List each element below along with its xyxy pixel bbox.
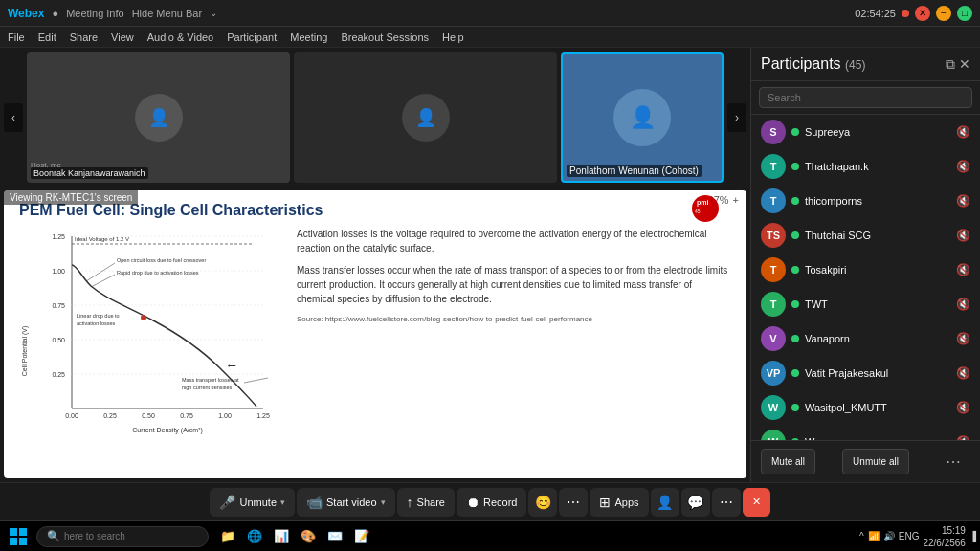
taskbar-search-input[interactable] xyxy=(64,531,179,541)
taskbar-app-3[interactable]: 📊 xyxy=(270,525,293,548)
end-call-btn[interactable]: ✕ xyxy=(743,488,770,517)
list-item: W Weerana 🔇 xyxy=(751,425,980,440)
avatar: V xyxy=(761,326,786,351)
extra-more-btn[interactable]: ⋯ xyxy=(712,488,741,517)
list-item: W Wasitpol_KMUTT 🔇 xyxy=(751,390,980,425)
menu-participant[interactable]: Participant xyxy=(227,32,277,43)
profile-icon: 👤 xyxy=(657,495,673,510)
extra-more-icon: ⋯ xyxy=(720,495,733,510)
chat-btn[interactable]: 💬 xyxy=(681,488,710,517)
system-tray: ^ 📶 🔊 ENG 15:19 22/6/2566 ▐ xyxy=(859,524,976,549)
panel-popout-btn[interactable]: ⧉ xyxy=(946,56,955,73)
unmute-all-btn[interactable]: Unmute all xyxy=(842,449,909,474)
participant-thumb-2[interactable]: 👤 xyxy=(294,52,557,183)
menu-edit[interactable]: Edit xyxy=(38,32,56,43)
unmute-btn[interactable]: 🎤 Unmute ▾ xyxy=(210,488,295,517)
participant-name: Tosakpiri xyxy=(805,264,950,276)
panel-close-btn[interactable]: ✕ xyxy=(959,56,970,73)
slide-content: pmi 45 PEM Fuel Cell: Single Cell Charac… xyxy=(4,190,746,478)
nav-right-btn[interactable]: › xyxy=(727,103,746,132)
status-indicator xyxy=(791,404,799,411)
share-btn[interactable]: ↑ Share xyxy=(397,488,455,517)
svg-text:⟵: ⟵ xyxy=(228,364,236,369)
mute-all-btn[interactable]: Mute all xyxy=(761,449,815,474)
emoji-icon: 😊 xyxy=(535,495,551,510)
apps-btn[interactable]: ⊞ Apps xyxy=(590,488,648,517)
svg-text:0.50: 0.50 xyxy=(142,412,155,419)
status-indicator xyxy=(791,300,799,308)
taskbar-app-2[interactable]: 🌐 xyxy=(243,525,266,548)
mute-icon: 🔇 xyxy=(956,332,970,345)
record-btn[interactable]: ⏺ Record xyxy=(457,488,526,517)
mic-icon: 🎤 xyxy=(219,495,235,510)
tray-arrow[interactable]: ^ xyxy=(859,531,864,541)
hide-menu-btn[interactable]: Hide Menu Bar xyxy=(132,8,202,19)
panel-count: (45) xyxy=(845,58,865,72)
svg-text:pmi: pmi xyxy=(697,199,709,207)
menu-audio-video[interactable]: Audio & Video xyxy=(147,32,214,43)
nav-left-btn[interactable]: ‹ xyxy=(4,103,23,132)
clock-time: 15:19 xyxy=(923,524,966,537)
participant-thumb-1[interactable]: 👤 Host, me Boonrak Kanjanawarawanich xyxy=(27,52,290,183)
svg-text:Ideal Voltage of 1.2 V: Ideal Voltage of 1.2 V xyxy=(75,236,129,242)
close-button[interactable]: ✕ xyxy=(915,6,930,21)
meeting-info-btn[interactable]: Meeting Info xyxy=(66,8,124,19)
taskbar-app-1[interactable]: 📁 xyxy=(216,525,239,548)
svg-text:1.25: 1.25 xyxy=(256,412,270,419)
participant-name: Wasitpol_KMUTT xyxy=(805,402,950,413)
menu-file[interactable]: File xyxy=(8,32,25,43)
menu-meeting[interactable]: Meeting xyxy=(290,32,327,43)
video-btn[interactable]: 📹 Start video ▾ xyxy=(297,488,395,517)
maximize-button[interactable]: □ xyxy=(957,6,972,21)
tray-network[interactable]: 📶 xyxy=(868,531,880,541)
taskbar-app-5[interactable]: ✉️ xyxy=(323,525,346,548)
panel-more-btn[interactable]: ⋯ xyxy=(936,449,970,474)
svg-rect-36 xyxy=(10,528,17,536)
participant-name: TWT xyxy=(805,298,950,310)
more-btn[interactable]: ⋯ xyxy=(559,488,588,517)
participant-thumb-3[interactable]: 👤 Ponlathorn Wenunan (Cohost) xyxy=(561,52,724,183)
slide-para-1: Activation losses is the voltage require… xyxy=(297,227,731,255)
tray-volume[interactable]: 🔊 xyxy=(883,531,895,541)
mute-icon: 🔇 xyxy=(956,160,970,173)
unmute-chevron: ▾ xyxy=(280,497,285,507)
menu-help[interactable]: Help xyxy=(442,32,464,43)
taskbar-app-4[interactable]: 🎨 xyxy=(297,525,320,548)
slide-text: Activation losses is the voltage require… xyxy=(297,227,731,456)
participant-name: Thutchai SCG xyxy=(805,230,950,241)
svg-text:0.25: 0.25 xyxy=(52,371,65,378)
slide-logo: pmi 45 xyxy=(686,194,739,227)
participant-search-input[interactable] xyxy=(759,87,972,108)
slide-para-2: Mass transfer losses occur when the rate… xyxy=(297,263,731,306)
profile-btn[interactable]: 👤 xyxy=(651,488,679,517)
participant-name: Thatchapan.k xyxy=(805,161,950,172)
slide-chart: Cell Potential (V) 1.25 1.00 xyxy=(19,227,287,456)
menu-share[interactable]: Share xyxy=(70,32,98,43)
taskbar-search[interactable]: 🔍 xyxy=(36,526,209,547)
share-label: Share xyxy=(417,496,445,508)
svg-text:Mass transport losses at: Mass transport losses at xyxy=(182,377,239,383)
show-desktop-btn[interactable]: ▐ xyxy=(969,531,976,541)
screen-label: Viewing RK-MTEC1's screen xyxy=(4,190,138,205)
participant-name: thicomporns xyxy=(805,195,950,207)
tray-lang[interactable]: ENG xyxy=(899,531,920,541)
svg-text:1.25: 1.25 xyxy=(52,233,65,240)
mute-icon: 🔇 xyxy=(956,401,970,414)
more-icon: ⋯ xyxy=(567,495,580,510)
menu-breakout[interactable]: Breakout Sessions xyxy=(341,32,429,43)
reactions-btn[interactable]: 😊 xyxy=(528,488,557,517)
status-indicator xyxy=(791,231,799,239)
list-item: T Tosakpiri 🔇 xyxy=(751,253,980,287)
menu-view[interactable]: View xyxy=(111,32,134,43)
video-area: ‹ 👤 Host, me Boonrak Kanjanawarawanich 👤… xyxy=(0,48,750,482)
panel-header: Participants (45) ⧉ ✕ xyxy=(751,48,980,81)
chat-icon: 💬 xyxy=(687,495,703,510)
svg-rect-38 xyxy=(10,538,17,545)
avatar: VP xyxy=(761,361,786,386)
taskbar-app-6[interactable]: 📝 xyxy=(350,525,373,548)
status-indicator xyxy=(791,335,799,342)
avatar-1: 👤 xyxy=(135,94,183,142)
start-button[interactable] xyxy=(4,523,33,550)
minimize-button[interactable]: − xyxy=(936,6,951,21)
taskbar-pinned-apps: 📁 🌐 📊 🎨 ✉️ 📝 xyxy=(216,525,373,548)
